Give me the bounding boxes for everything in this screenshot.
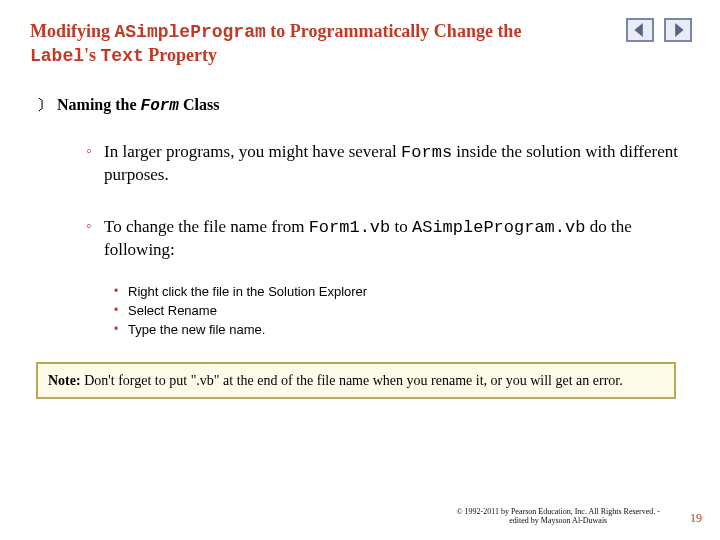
subhead-mono: Form <box>141 97 179 115</box>
subhead-row: ⟯ Naming the Form Class <box>38 95 690 115</box>
next-button[interactable] <box>664 18 692 42</box>
list-item: To change the file name from Form1.vb to… <box>86 216 690 261</box>
list-item: Select Rename <box>114 302 690 321</box>
subhead-text: Naming the Form Class <box>57 96 219 115</box>
title-code-1: ASimpleProgram <box>115 22 266 42</box>
arrow-right-icon <box>671 23 685 37</box>
subhead-suffix: Class <box>183 96 219 113</box>
page-number: 19 <box>690 511 702 526</box>
list-item: Right click the file in the Solution Exp… <box>114 283 690 302</box>
copy-line2: edited by Maysoon Al-Duwais <box>509 516 607 525</box>
nav-arrows <box>626 18 692 42</box>
li1-forms: Forms <box>401 143 452 162</box>
title-code-3: Text <box>101 46 144 66</box>
title-text-2: to Programmatically Change the <box>266 21 522 41</box>
li2-b: to <box>390 217 412 236</box>
slide: Modifying ASimpleProgram to Programmatic… <box>0 0 720 540</box>
bullet-icon: ⟯ <box>38 95 47 113</box>
title-text-1: Modifying <box>30 21 115 41</box>
list-item: In larger programs, you might have sever… <box>86 141 690 186</box>
li2-a: To change the file name from <box>104 217 309 236</box>
prev-button[interactable] <box>626 18 654 42</box>
footer: © 1992-2011 by Pearson Education, Inc. A… <box>18 507 702 526</box>
li2-f2: ASimpleProgram.vb <box>412 218 585 237</box>
sub-list: In larger programs, you might have sever… <box>86 141 690 261</box>
subhead-prefix: Naming the <box>57 96 141 113</box>
list-item: Type the new file name. <box>114 321 690 340</box>
note-label: Note: <box>48 373 81 388</box>
title-text-4: Property <box>144 45 217 65</box>
copy-line1: © 1992-2011 by Pearson Education, Inc. A… <box>456 507 660 516</box>
steps-list: Right click the file in the Solution Exp… <box>114 283 690 340</box>
copyright: © 1992-2011 by Pearson Education, Inc. A… <box>456 507 660 526</box>
note-body: Don't forget to put ".vb" at the end of … <box>81 373 623 388</box>
arrow-left-icon <box>633 23 647 37</box>
slide-title: Modifying ASimpleProgram to Programmatic… <box>30 20 550 67</box>
li1-a: In larger programs, you might have sever… <box>104 142 401 161</box>
title-text-3: 's <box>84 45 101 65</box>
note-box: Note: Don't forget to put ".vb" at the e… <box>36 362 676 400</box>
title-code-2: Label <box>30 46 84 66</box>
li2-f1: Form1.vb <box>309 218 391 237</box>
